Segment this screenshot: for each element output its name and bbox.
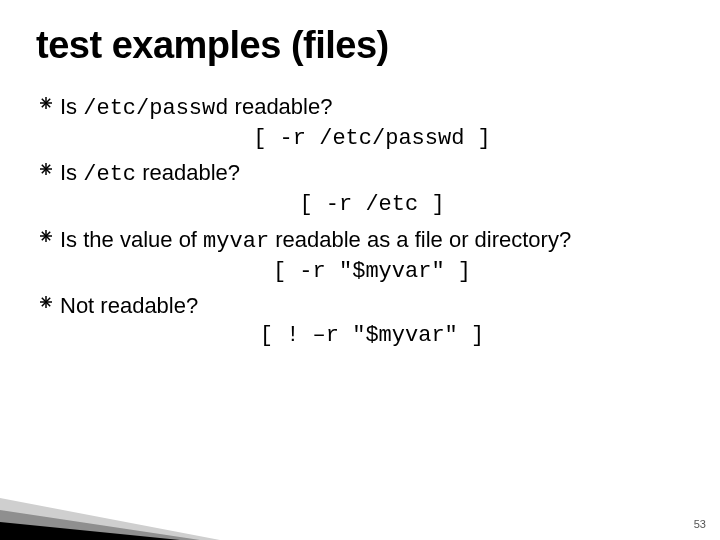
svg-marker-18 (0, 522, 180, 540)
code-line: [ -r "$myvar" ] (60, 258, 684, 286)
list-item: Is the value of myvar readable as a file… (60, 226, 684, 256)
list-item: Is /etc/passwd readable? (60, 93, 684, 123)
list-item: Not readable? (60, 292, 684, 320)
slide: test examples (files) Is /etc/passwd rea… (0, 0, 720, 540)
code-line: [ -r /etc ] (60, 191, 684, 219)
bullet-icon (40, 163, 52, 175)
list-item: Is /etc readable? (60, 159, 684, 189)
item-text-code: /etc (83, 162, 136, 187)
slide-title: test examples (files) (36, 24, 684, 67)
code-line: [ ! –r "$myvar" ] (60, 322, 684, 350)
item-text-post: readable? (136, 160, 240, 185)
item-text-pre: Is the value of (60, 227, 203, 252)
bullet-icon (40, 296, 52, 308)
svg-marker-17 (0, 510, 200, 540)
bullet-icon (40, 230, 52, 242)
code-line: [ -r /etc/passwd ] (60, 125, 684, 153)
page-number: 53 (694, 518, 706, 530)
item-text-code: myvar (203, 229, 269, 254)
item-text-pre: Not readable? (60, 293, 198, 318)
svg-marker-16 (0, 498, 220, 540)
item-text-pre: Is (60, 94, 83, 119)
item-text-code: /etc/passwd (83, 96, 228, 121)
slide-body: Is /etc/passwd readable? [ -r /etc/passw… (36, 93, 684, 350)
item-text-pre: Is (60, 160, 83, 185)
item-text-post: readable? (228, 94, 332, 119)
item-text-post: readable as a file or directory? (269, 227, 571, 252)
bullet-icon (40, 97, 52, 109)
swoosh-decoration (0, 460, 260, 540)
